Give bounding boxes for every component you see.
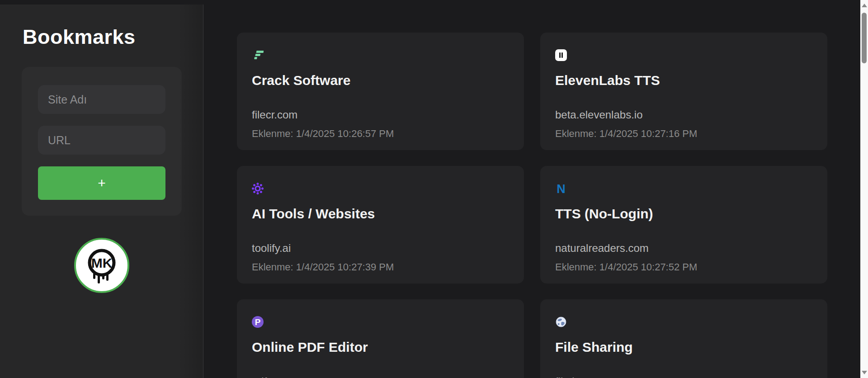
pdf-editor-icon: P <box>252 316 264 328</box>
bookmarks-main: Crack Software filecr.com Eklenme: 1/4/2… <box>204 0 860 378</box>
bookmark-card[interactable]: AI Tools / Websites toolify.ai Eklenme: … <box>237 166 524 284</box>
logo-wrap: MK <box>0 238 203 293</box>
bookmarks-grid: Crack Software filecr.com Eklenme: 1/4/2… <box>237 33 827 378</box>
mk-logo: MK <box>74 238 129 293</box>
vertical-scrollbar[interactable] <box>860 0 868 378</box>
bookmark-card[interactable]: P Online PDF Editor pdf.wps.com <box>237 299 524 378</box>
add-bookmark-form: + <box>22 67 182 216</box>
svg-text:MK: MK <box>91 255 112 270</box>
page-title: Bookmarks <box>23 25 203 49</box>
elevenlabs-icon <box>555 49 567 61</box>
mk-logo-icon: MK <box>79 243 124 288</box>
site-name-input[interactable] <box>38 85 165 114</box>
bookmark-url: toolify.ai <box>252 242 509 255</box>
bookmark-card[interactable]: File Sharing file.io <box>540 299 827 378</box>
bookmark-url: file.io <box>555 375 812 378</box>
scrollbar-thumb[interactable] <box>862 13 867 63</box>
svg-text:N: N <box>557 183 566 194</box>
bookmark-title: TTS (No-Login) <box>555 207 812 221</box>
bookmark-card[interactable]: N TTS (No-Login) naturalreaders.com Ekle… <box>540 166 827 284</box>
bookmark-title: File Sharing <box>555 340 812 354</box>
naturalreaders-icon: N <box>555 183 567 194</box>
sidebar: Bookmarks + MK <box>0 5 203 378</box>
bookmark-added-date: Eklenme: 1/4/2025 10:27:16 PM <box>555 128 812 140</box>
svg-text:P: P <box>255 317 261 327</box>
bookmark-added-date: Eklenme: 1/4/2025 10:27:52 PM <box>555 261 812 273</box>
bookmark-title: Crack Software <box>252 73 509 88</box>
bookmark-title: Online PDF Editor <box>252 340 509 354</box>
filecr-icon <box>252 49 264 61</box>
bookmark-title: ElevenLabs TTS <box>555 73 812 88</box>
bookmark-added-date: Eklenme: 1/4/2025 10:26:57 PM <box>252 128 509 140</box>
bookmark-card[interactable]: ElevenLabs TTS beta.elevenlabs.io Eklenm… <box>540 33 827 150</box>
scroll-down-icon[interactable] <box>860 368 868 377</box>
bookmark-card[interactable]: Crack Software filecr.com Eklenme: 1/4/2… <box>237 33 524 150</box>
globe-icon <box>555 316 567 328</box>
bookmark-url: naturalreaders.com <box>555 242 812 255</box>
scroll-up-icon[interactable] <box>860 1 868 10</box>
bookmark-url: filecr.com <box>252 109 509 121</box>
url-input[interactable] <box>38 126 165 155</box>
bookmark-url: pdf.wps.com <box>252 375 509 378</box>
bookmark-added-date: Eklenme: 1/4/2025 10:27:39 PM <box>252 261 509 273</box>
bookmark-url: beta.elevenlabs.io <box>555 109 812 121</box>
bookmark-title: AI Tools / Websites <box>252 207 509 221</box>
add-bookmark-button[interactable]: + <box>38 166 165 200</box>
toolify-icon <box>252 183 264 194</box>
